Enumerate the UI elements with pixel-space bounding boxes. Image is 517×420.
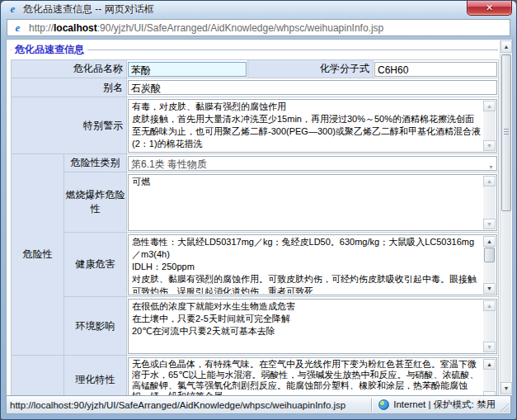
section-legend: 危化品速查信息 [12, 43, 87, 57]
url-path: :90/yjzh/UI/SafeArranged/AidKnowledge/wh… [97, 22, 384, 34]
special-warning-label: 特别警示 [83, 120, 123, 131]
chemical-name-input[interactable]: 苯酚 [128, 62, 247, 77]
scroll-down-icon[interactable]: ▼ [483, 283, 496, 294]
table-row: 燃烧爆炸危险性 可燃 ▲ ▼ [12, 172, 499, 233]
status-bar: http://localhost:90/yjzh/UI/SafeArranged… [6, 395, 511, 414]
status-separator [371, 399, 372, 412]
name-label: 危化品名称 [73, 63, 123, 74]
internet-zone-icon [378, 399, 389, 410]
scroll-down-icon[interactable]: ▼ [483, 140, 496, 151]
formula-input[interactable]: C6H60 [374, 62, 497, 77]
environment-label: 环境影响 [76, 320, 115, 332]
table-row: 理化特性 无色或白色晶体，有特殊气味。在空气中及光线作用下变为粉红色甚至红色。室… [12, 356, 499, 396]
status-zone-text: Internet | 保护模式: 禁用 [393, 399, 496, 411]
alias-label: 别名 [103, 82, 123, 93]
table-row: 危险性 危险性类别 第6.1类 毒性物质 ▼ [12, 154, 499, 172]
resize-grip[interactable] [499, 402, 509, 412]
health-hazard-label: 健康危害 [76, 258, 115, 270]
info-group: 危化品速查信息 [11, 43, 498, 57]
special-warning-scrollbar[interactable]: ▲ ▼ [483, 101, 496, 151]
scroll-up-icon[interactable]: ▲ [483, 101, 496, 111]
url-host: localhost [54, 22, 97, 34]
close-button[interactable]: ✕ [467, 1, 512, 16]
table-row: 环境影响 在很低的浓度下就能对水生生物造成危害 在土壤中，只要2-5天时间就可完… [12, 297, 499, 356]
ie-page-icon: e [12, 22, 24, 34]
title-bar[interactable]: e 危化品速查信息 -- 网页对话框 [1, 1, 516, 17]
dialog-content: 危化品速查信息 危化品名称 苯酚 化学分子式 C6H60 别名 石炭酸 [6, 39, 513, 396]
scrollbar-thumb[interactable] [501, 54, 511, 211]
fire-explosion-text: 可燃 [132, 176, 482, 229]
table-row: 别名 石炭酸 [12, 78, 499, 97]
hazard-group-label: 危险性 [23, 248, 53, 260]
scroll-up-icon[interactable]: ▲ [483, 300, 496, 311]
table-row: 危化品名称 苯酚 化学分子式 C6H60 [12, 60, 499, 78]
special-warning-textarea[interactable]: 有毒，对皮肤、黏膜有强烈的腐蚀作用 皮肤接触，首先用大量清水冲洗至少15min，… [128, 99, 497, 153]
dropdown-arrow-icon[interactable]: ▼ [488, 161, 494, 172]
table-row: 健康危害 急性毒性：大鼠经LD50317mg／kg；兔经皮LD50。630mg/… [12, 233, 499, 297]
environment-text: 在很低的浓度下就能对水生生物造成危害 在土壤中，只要2-5天时间就可完全降解 2… [132, 300, 482, 352]
physchem-label: 理化特性 [76, 374, 115, 385]
ie-app-icon: e [7, 3, 19, 15]
page-scrollbar[interactable]: ▲ ▼ [500, 40, 511, 394]
hazard-class-label: 危险性类别 [71, 157, 120, 168]
alias-input[interactable]: 石炭酸 [128, 80, 497, 95]
address-bar: e http://localhost:90/yjzh/UI/SafeArrang… [7, 19, 510, 36]
special-warning-text: 有毒，对皮肤、黏膜有强烈的腐蚀作用 皮肤接触，首先用大量清水冲洗至少15min，… [132, 101, 482, 151]
table-row: 特别警示 有毒，对皮肤、黏膜有强烈的腐蚀作用 皮肤接触，首先用大量清水冲洗至少1… [12, 97, 499, 154]
thumb-grip-icon [504, 129, 509, 135]
hazard-class-value: 第6.1类 毒性物质 [131, 158, 207, 170]
health-hazard-scrollbar[interactable]: ▲ ▼ [483, 236, 496, 294]
url-protocol: http:// [29, 22, 54, 34]
fire-explosion-label: 燃烧爆炸危险性 [66, 189, 125, 215]
formula-label: 化学分子式 [320, 63, 369, 74]
health-hazard-text: 急性毒性：大鼠经LD50317mg／kg；兔经皮LD50。630mg/kg；大鼠… [132, 236, 482, 294]
chemical-info-table: 危化品名称 苯酚 化学分子式 C6H60 别名 石炭酸 特别警示 有毒，对皮肤、… [11, 59, 499, 395]
fire-explosion-scrollbar[interactable]: ▲ ▼ [483, 176, 496, 229]
scrollbar-thumb[interactable] [484, 248, 495, 262]
scroll-up-icon[interactable]: ▲ [501, 40, 512, 53]
fire-explosion-textarea[interactable]: 可燃 ▲ ▼ [128, 174, 497, 231]
status-url: http://localhost:90/yjzh/UI/SafeArranged… [10, 400, 364, 410]
dialog-window: e 危化品速查信息 -- 网页对话框 ✕ e http://localhost:… [0, 0, 517, 420]
scroll-up-icon[interactable]: ▲ [483, 359, 496, 370]
scroll-up-icon[interactable]: ▲ [483, 176, 496, 186]
physchem-textarea[interactable]: 无色或白色晶体，有特殊气味。在空气中及光线作用下变为粉红色甚至红色。室温下微溶于… [128, 357, 497, 396]
environment-scrollbar[interactable]: ▲ ▼ [483, 300, 496, 352]
scroll-down-icon[interactable]: ▼ [483, 342, 496, 352]
hazard-class-select[interactable]: 第6.1类 毒性物质 ▼ [128, 156, 497, 171]
physchem-text: 无色或白色晶体，有特殊气味。在空气中及光线作用下变为粉红色甚至红色。室温下微溶于… [132, 359, 482, 396]
scroll-up-icon[interactable]: ▲ [483, 236, 496, 247]
window-title: 危化品速查信息 -- 网页对话框 [23, 2, 154, 17]
page-body: 危化品速查信息 危化品名称 苯酚 化学分子式 C6H60 别名 石炭酸 [7, 40, 500, 395]
scroll-down-icon[interactable]: ▼ [483, 219, 496, 229]
scroll-down-icon[interactable]: ▼ [501, 382, 512, 394]
physchem-scrollbar[interactable]: ▲ ▼ [483, 359, 496, 396]
environment-textarea[interactable]: 在很低的浓度下就能对水生生物造成危害 在土壤中，只要2-5天时间就可完全降解 2… [128, 299, 497, 354]
health-hazard-textarea[interactable]: 急性毒性：大鼠经LD50317mg／kg；兔经皮LD50。630mg/kg；大鼠… [128, 234, 497, 295]
